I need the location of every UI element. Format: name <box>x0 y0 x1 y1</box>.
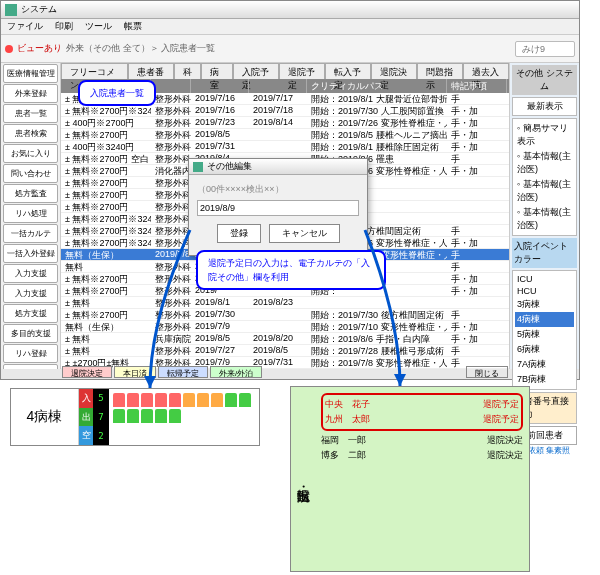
sidebar-button[interactable]: リハ登録 <box>3 344 58 363</box>
display-options: ◦ 簡易サマリ表示◦ 基本情報(主治医)◦ 基本情報(主治医)◦ 基本情報(主治… <box>512 118 577 236</box>
toolbar: ビューあり 外来（その他 全て）＞ 入院患者一覧 <box>1 35 579 63</box>
ward-stats: 入5出7空2 <box>79 389 109 445</box>
today-done-button[interactable]: 本日済 <box>114 366 156 378</box>
sidebar-button[interactable]: 入力支援 <box>3 264 58 283</box>
sidebar-button[interactable]: 問い合わせ <box>3 164 58 183</box>
bed-icon[interactable] <box>183 393 195 407</box>
sidebar-button[interactable]: 多目的支援 <box>3 324 58 343</box>
menu-file[interactable]: ファイル <box>7 20 43 33</box>
table-row[interactable]: ± 無料整形外科2019/8/12019/8/23 <box>61 297 509 309</box>
discharge-decided-button[interactable]: 退院決定 <box>62 366 112 378</box>
stat-icon: 空 <box>79 426 93 445</box>
tab[interactable]: 退院決定 <box>371 63 417 79</box>
refresh-label[interactable]: 最新表示 <box>515 100 574 113</box>
table-row[interactable]: ± 無料整形外科2019/7/272019/8/5開始：2019/7/28 腰椎… <box>61 345 509 357</box>
ward-item[interactable]: HCU <box>515 285 574 297</box>
bed-icon[interactable] <box>169 393 181 407</box>
tab[interactable]: 転入予定 <box>325 63 371 79</box>
tab[interactable]: 病室 <box>201 63 233 79</box>
sidebar-button[interactable]: 一括カルテ <box>3 224 58 243</box>
ward-item[interactable]: 7B病棟 <box>515 372 574 387</box>
bed-icon[interactable] <box>113 393 125 407</box>
ward-item[interactable]: 3病棟 <box>515 297 574 312</box>
discharge-panel: 退院・転出 中央 花子退院予定九州 太郎退院予定 福岡 一郎退院決定博多 二郎退… <box>290 386 530 572</box>
date-input[interactable] <box>197 200 359 216</box>
sidebar-button[interactable]: 患者検索 <box>3 124 58 143</box>
sidebar-button[interactable]: 処方支援 <box>3 304 58 323</box>
ward-item[interactable]: 7A病棟 <box>515 357 574 372</box>
tab[interactable]: 退院予定 <box>279 63 325 79</box>
close-button[interactable]: 閉じる <box>466 366 508 378</box>
discharge-row[interactable]: 九州 太郎退院予定 <box>325 412 519 427</box>
bed-icon[interactable] <box>113 409 125 423</box>
table-row[interactable]: ± 無料※2700円※3240円整形外科2019/7/162019/7/18開始… <box>61 105 509 117</box>
discharge-list: 中央 花子退院予定九州 太郎退院予定 福岡 一郎退院決定博多 二郎退院決定 <box>315 387 529 571</box>
display-option[interactable]: ◦ 基本情報(主治医) <box>515 205 574 233</box>
tab[interactable]: 患者番号 <box>128 63 174 79</box>
titlebar: システム <box>1 1 579 19</box>
ward-item[interactable]: ICU <box>515 273 574 285</box>
discharge-row[interactable]: 博多 二郎退院決定 <box>321 448 523 463</box>
search-input[interactable] <box>515 41 575 57</box>
col <box>191 79 249 93</box>
col: 特記事項 <box>447 79 507 93</box>
tab[interactable]: 問題指示 <box>417 63 463 79</box>
bed-icon[interactable] <box>225 393 237 407</box>
sidebar-button[interactable]: 処方監査 <box>3 184 58 203</box>
sidebar-button[interactable]: お気に入り <box>3 144 58 163</box>
bed-icon[interactable] <box>239 393 251 407</box>
tab[interactable]: 過去入院 <box>463 63 509 79</box>
menu-tool[interactable]: ツール <box>85 20 112 33</box>
view-mode[interactable]: ビューあり <box>17 42 62 55</box>
table-row[interactable]: ± 400円※2700円整形外科2019/7/232019/8/14開始：201… <box>61 117 509 129</box>
dialog-label: （00件××××検出××） <box>197 183 359 196</box>
table-row[interactable]: ± 無料※2700円整形外科2019/8/5開始：2019/8/5 腰椎ヘルニア… <box>61 129 509 141</box>
table-row[interactable]: ± 無料※2700円整形外科2019/7/30開始：2019/7/30 後方椎間… <box>61 309 509 321</box>
table-row[interactable]: ± 無料兵庫病院2019/8/52019/8/20開始：2019/8/6 手指・… <box>61 333 509 345</box>
bed-icon[interactable] <box>127 409 139 423</box>
bed-icon[interactable] <box>127 393 139 407</box>
transfer-button[interactable]: 転帰予定 <box>158 366 208 378</box>
outpatient-button[interactable]: 外来/外泊 <box>210 366 262 378</box>
display-option[interactable]: ◦ 基本情報(主治医) <box>515 177 574 205</box>
col <box>151 79 191 93</box>
sidebar-button[interactable]: システム設定 <box>3 364 58 369</box>
callout-discharge-date: 退院予定日の入力は、電子カルテの「入院その他」欄を利用 <box>196 250 386 290</box>
sidebar-button[interactable]: 医療情報管理 <box>3 64 58 83</box>
register-button[interactable]: 登録 <box>217 224 261 243</box>
bed-icon[interactable] <box>141 393 153 407</box>
sidebar-button[interactable]: 入力支援 <box>3 284 58 303</box>
table-row[interactable]: ± 400円※3240円整形外科2019/7/31開始：2019/8/1 腰椎除… <box>61 141 509 153</box>
sidebar-button[interactable]: 外来登録 <box>3 84 58 103</box>
discharge-row[interactable]: 福岡 一郎退院決定 <box>321 433 523 448</box>
menu-report[interactable]: 帳票 <box>124 20 142 33</box>
display-option[interactable]: ◦ 簡易サマリ表示 <box>515 121 574 149</box>
tab[interactable]: 入院予定 <box>233 63 279 79</box>
stat-value: 7 <box>93 408 109 427</box>
ward-item[interactable]: 4病棟 <box>515 312 574 327</box>
tab[interactable]: フリーコメント <box>61 63 128 79</box>
dialog-title: その他編集 <box>207 160 252 173</box>
sidebar-button[interactable]: 一括入外登録 <box>3 244 58 263</box>
breadcrumb: 外来（その他 全て）＞ 入院患者一覧 <box>66 42 215 55</box>
sidebar-button[interactable]: リハ処理 <box>3 204 58 223</box>
ward-list: ICUHCU3病棟4病棟5病棟6病棟7A病棟7B病棟-内科循環器科外科 <box>512 270 577 390</box>
bed-icon[interactable] <box>155 409 167 423</box>
sidebar-right: その他 システム 最新表示 ◦ 簡易サマリ表示◦ 基本情報(主治医)◦ 基本情報… <box>509 63 579 369</box>
ward-beds <box>109 389 259 445</box>
tab[interactable]: 科 <box>174 63 201 79</box>
ward-item[interactable]: 5病棟 <box>515 327 574 342</box>
bed-icon[interactable] <box>155 393 167 407</box>
display-option[interactable]: ◦ 基本情報(主治医) <box>515 149 574 177</box>
bed-icon[interactable] <box>169 409 181 423</box>
discharge-row[interactable]: 中央 花子退院予定 <box>325 397 519 412</box>
table-row[interactable]: 無料（生保）整形外科2019/7/9開始：2019/7/10 変形性脊椎症・人工… <box>61 321 509 333</box>
callout-patient-list: 入院患者一覧 <box>78 80 156 106</box>
cancel-button[interactable]: キャンセル <box>269 224 340 243</box>
bed-icon[interactable] <box>141 409 153 423</box>
ward-item[interactable]: 6病棟 <box>515 342 574 357</box>
bed-icon[interactable] <box>197 393 209 407</box>
menu-print[interactable]: 印刷 <box>55 20 73 33</box>
sidebar-button[interactable]: 患者一覧 <box>3 104 58 123</box>
bed-icon[interactable] <box>211 393 223 407</box>
